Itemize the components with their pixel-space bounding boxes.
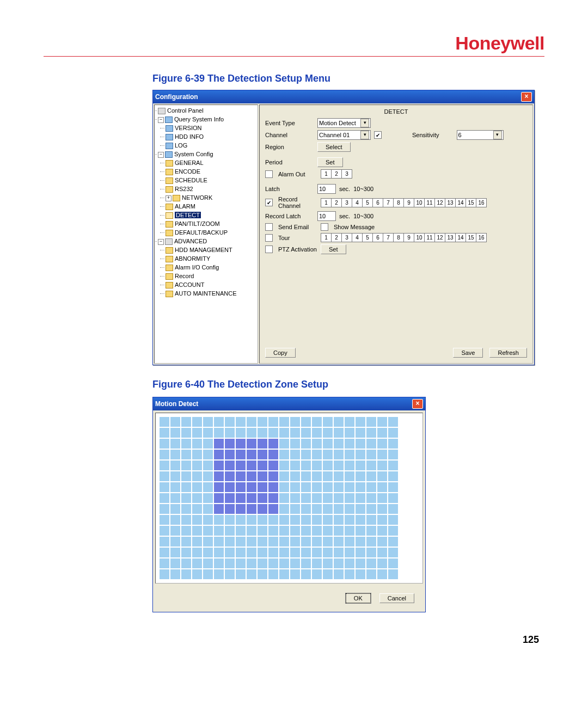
zone-cell[interactable]: [366, 558, 377, 569]
zone-cell[interactable]: [290, 460, 301, 471]
ptz-set-button[interactable]: Set: [321, 244, 346, 254]
zone-grid[interactable]: [155, 413, 423, 584]
zone-cell[interactable]: [192, 471, 203, 482]
zone-cell[interactable]: [301, 449, 311, 460]
zone-cell[interactable]: [246, 536, 257, 547]
zone-cell[interactable]: [192, 547, 203, 558]
zone-cell[interactable]: [246, 558, 257, 569]
zone-cell[interactable]: [235, 558, 246, 569]
tree-log[interactable]: LOG: [175, 142, 187, 149]
zone-cell[interactable]: [366, 493, 377, 504]
channel-toggle[interactable]: 11: [425, 199, 435, 207]
zone-cell[interactable]: [355, 547, 366, 558]
tree-schedule[interactable]: SCHEDULE: [175, 177, 207, 183]
zone-cell[interactable]: [224, 471, 235, 482]
channel-toggle[interactable]: 9: [404, 234, 414, 242]
zone-cell[interactable]: [311, 547, 322, 558]
zone-cell[interactable]: [333, 558, 344, 569]
zone-cell[interactable]: [170, 558, 181, 569]
zone-cell[interactable]: [377, 438, 388, 449]
tree-root[interactable]: Control Panel: [167, 107, 204, 114]
zone-cell[interactable]: [344, 438, 355, 449]
tree-abnormity[interactable]: ABNORMITY: [175, 255, 210, 262]
zone-cell[interactable]: [268, 569, 279, 580]
zone-cell[interactable]: [322, 493, 333, 504]
zone-cell[interactable]: [301, 536, 311, 547]
zone-cell[interactable]: [181, 416, 192, 427]
zone-cell[interactable]: [268, 536, 279, 547]
zone-cell[interactable]: [301, 471, 311, 482]
expand-icon[interactable]: −: [158, 152, 164, 158]
zone-cell[interactable]: [159, 525, 170, 536]
zone-cell[interactable]: [235, 471, 246, 482]
zone-cell[interactable]: [311, 416, 322, 427]
channel-enable-checkbox[interactable]: ✔: [374, 131, 382, 139]
tour-channel-strip[interactable]: 12345678910111213141516: [321, 233, 487, 242]
zone-cell[interactable]: [344, 416, 355, 427]
zone-cell[interactable]: [301, 493, 311, 504]
zone-cell[interactable]: [192, 493, 203, 504]
zone-cell[interactable]: [257, 482, 268, 493]
channel-dropdown[interactable]: Channel 01▾: [317, 130, 371, 140]
zone-cell[interactable]: [224, 460, 235, 471]
zone-cell[interactable]: [279, 547, 290, 558]
zone-cell[interactable]: [322, 416, 333, 427]
channel-toggle[interactable]: 12: [435, 234, 445, 242]
close-icon[interactable]: ×: [521, 92, 532, 102]
zone-cell[interactable]: [268, 547, 279, 558]
zone-cell[interactable]: [170, 438, 181, 449]
channel-toggle[interactable]: 6: [373, 234, 383, 242]
zone-cell[interactable]: [290, 504, 301, 514]
zone-cell[interactable]: [268, 504, 279, 514]
zone-cell[interactable]: [268, 416, 279, 427]
zone-cell[interactable]: [311, 471, 322, 482]
zone-cell[interactable]: [159, 482, 170, 493]
zone-cell[interactable]: [213, 471, 224, 482]
zone-cell[interactable]: [213, 438, 224, 449]
zone-cell[interactable]: [170, 416, 181, 427]
zone-cell[interactable]: [170, 460, 181, 471]
sensitivity-dropdown[interactable]: 6▾: [457, 130, 504, 140]
zone-cell[interactable]: [235, 460, 246, 471]
zone-cell[interactable]: [192, 514, 203, 525]
zone-cell[interactable]: [246, 569, 257, 580]
zone-cell[interactable]: [203, 514, 213, 525]
zone-cell[interactable]: [388, 416, 399, 427]
zone-cell[interactable]: [203, 536, 213, 547]
channel-toggle[interactable]: 2: [332, 234, 342, 242]
zone-cell[interactable]: [170, 482, 181, 493]
zone-cell[interactable]: [388, 493, 399, 504]
zone-cell[interactable]: [235, 449, 246, 460]
zone-cell[interactable]: [224, 514, 235, 525]
zone-cell[interactable]: [388, 536, 399, 547]
tree-system-config[interactable]: System Config: [174, 151, 213, 157]
zone-cell[interactable]: [290, 547, 301, 558]
copy-button[interactable]: Copy: [265, 348, 296, 358]
zone-cell[interactable]: [235, 547, 246, 558]
zone-cell[interactable]: [192, 525, 203, 536]
zone-cell[interactable]: [192, 504, 203, 514]
zone-cell[interactable]: [301, 416, 311, 427]
zone-cell[interactable]: [203, 449, 213, 460]
zone-cell[interactable]: [322, 449, 333, 460]
channel-toggle[interactable]: 14: [456, 199, 466, 207]
zone-cell[interactable]: [235, 525, 246, 536]
zone-cell[interactable]: [322, 438, 333, 449]
zone-cell[interactable]: [366, 525, 377, 536]
zone-cell[interactable]: [257, 471, 268, 482]
channel-toggle[interactable]: 13: [445, 199, 456, 207]
zone-cell[interactable]: [170, 493, 181, 504]
tree-alarm[interactable]: ALARM: [175, 203, 195, 210]
zone-cell[interactable]: [246, 525, 257, 536]
zone-cell[interactable]: [355, 471, 366, 482]
latch-input[interactable]: 10: [317, 184, 336, 194]
zone-cell[interactable]: [344, 514, 355, 525]
zone-cell[interactable]: [344, 547, 355, 558]
channel-toggle[interactable]: 15: [466, 199, 476, 207]
zone-cell[interactable]: [355, 438, 366, 449]
zone-cell[interactable]: [301, 427, 311, 438]
zone-cell[interactable]: [224, 558, 235, 569]
zone-cell[interactable]: [322, 569, 333, 580]
zone-cell[interactable]: [290, 427, 301, 438]
zone-cell[interactable]: [311, 558, 322, 569]
